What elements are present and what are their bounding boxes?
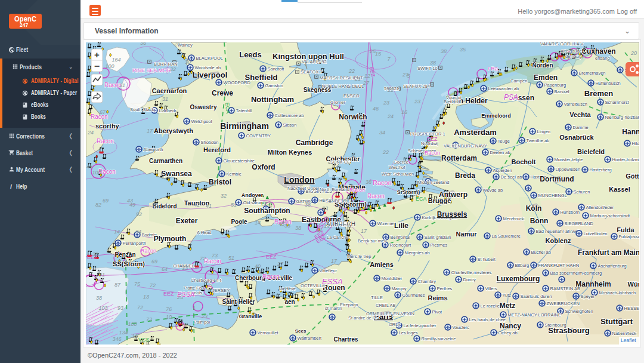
svg-text:76: 76 xyxy=(166,306,172,312)
svg-text:103: 103 xyxy=(98,305,107,311)
svg-text:Racon: Racon xyxy=(373,179,392,186)
svg-text:Bremen: Bremen xyxy=(584,89,613,98)
svg-text:Teuge: Teuge xyxy=(498,139,510,144)
svg-text:TILLE: TILLE xyxy=(371,295,383,300)
svg-text:22: 22 xyxy=(382,149,389,155)
svg-text:72: 72 xyxy=(200,256,206,262)
svg-text:21: 21 xyxy=(354,76,361,82)
svg-text:ensand: ensand xyxy=(595,56,610,61)
svg-text:24: 24 xyxy=(87,130,94,136)
svg-text:34: 34 xyxy=(135,229,141,235)
svg-text:24: 24 xyxy=(387,113,394,119)
svg-text:Papenburg: Papenburg xyxy=(544,82,566,88)
svg-text:14: 14 xyxy=(255,220,261,226)
svg-text:Mosbach-lohrbach: Mosbach-lohrbach xyxy=(599,290,636,296)
svg-text:CREIL AB: CREIL AB xyxy=(376,303,396,308)
svg-text:EEZ: EEZ xyxy=(163,291,174,297)
svg-text:Saarlouis-duren: Saarlouis-duren xyxy=(521,294,552,299)
svg-text:Osnabrück: Osnabrück xyxy=(559,134,594,141)
svg-text:Walframbert: Walframbert xyxy=(298,336,322,341)
svg-text:14: 14 xyxy=(324,223,330,229)
svg-text:23: 23 xyxy=(201,313,208,319)
svg-text:Würz: Würz xyxy=(628,281,639,288)
svg-text:13: 13 xyxy=(182,265,188,271)
svg-text:Lingen: Lingen xyxy=(537,129,551,134)
svg-text:MUNCHENGL: MUNCHENGL xyxy=(538,193,567,198)
svg-text:Racon: Racon xyxy=(367,193,385,199)
svg-text:Huttenbusch: Huttenbusch xyxy=(596,81,621,86)
svg-text:de naug: de naug xyxy=(565,54,581,59)
svg-text:Oxford: Oxford xyxy=(252,163,275,171)
svg-text:VALARIS 92: VALARIS 92 xyxy=(302,59,327,64)
svg-text:Dortmund: Dortmund xyxy=(540,175,574,183)
svg-text:40: 40 xyxy=(255,263,261,269)
svg-text:Munster-telgte: Munster-telgte xyxy=(555,157,583,162)
svg-text:Caernarfon: Caernarfon xyxy=(152,87,187,94)
svg-text:Luxembourg: Luxembourg xyxy=(497,275,540,283)
svg-text:Bitburg: Bitburg xyxy=(515,263,530,268)
svg-text:A Head: A Head xyxy=(197,230,212,235)
svg-text:Carmarthen: Carmarthen xyxy=(149,158,182,164)
svg-text:r Ra: r Ra xyxy=(488,66,498,72)
svg-text:ECA: ECA xyxy=(261,201,273,207)
svg-text:SUNK CE: SUNK CE xyxy=(330,159,350,165)
svg-text:Norwich: Norwich xyxy=(339,113,367,121)
svg-text:Namur: Namur xyxy=(456,230,478,238)
svg-text:17: 17 xyxy=(361,228,367,234)
svg-text:Plesmes: Plesmes xyxy=(431,242,448,248)
svg-text:67: 67 xyxy=(100,109,106,115)
svg-text:METZ-NANCY LORRAINE: METZ-NANCY LORRAINE xyxy=(508,312,561,318)
svg-text:22: 22 xyxy=(387,87,394,93)
svg-text:10: 10 xyxy=(166,314,172,320)
svg-text:Saint-ghislain: Saint-ghislain xyxy=(425,235,451,240)
svg-text:ORMEILLES-EN-VEXIN: ORMEILLES-EN-VEXIN xyxy=(366,311,414,316)
svg-text:Paimpol: Paimpol xyxy=(194,319,210,325)
svg-text:Norden: Norden xyxy=(532,62,553,69)
svg-text:Buchel ab: Buchel ab xyxy=(531,250,551,255)
svg-text:Rocincourt: Rocincourt xyxy=(390,242,412,248)
svg-text:Perranporth: Perranporth xyxy=(123,241,147,246)
svg-text:64: 64 xyxy=(162,266,168,272)
svg-text:16: 16 xyxy=(401,109,407,115)
svg-text:SEAFOX 7: SEAFOX 7 xyxy=(301,69,323,75)
svg-text:FRANKFURT-HAHN: FRANKFURT-HAHN xyxy=(538,263,580,268)
svg-text:Birmingham: Birmingham xyxy=(220,121,269,131)
svg-text:Allendorf/eder: Allendorf/eder xyxy=(586,205,614,210)
svg-text:Benifontai: Benifontai xyxy=(391,235,411,240)
svg-text:Amsterdam: Amsterdam xyxy=(454,128,497,137)
svg-text:100: 100 xyxy=(92,170,101,176)
svg-text:19: 19 xyxy=(239,219,244,224)
svg-text:Nienburg-holzbalge: Nienburg-holzbalge xyxy=(605,115,640,120)
svg-text:Andover: Andover xyxy=(242,192,264,198)
svg-text:45: 45 xyxy=(278,221,285,227)
svg-text:Barssel: Barssel xyxy=(555,89,569,94)
svg-text:Nancy: Nancy xyxy=(500,322,521,330)
svg-text:Yutz: Yutz xyxy=(503,293,512,298)
svg-text:La Canche: La Canche xyxy=(327,235,348,240)
svg-text:Goeree: Goeree xyxy=(394,159,408,165)
svg-text:38: 38 xyxy=(366,179,371,185)
svg-text:SANDETTIE: SANDETTIE xyxy=(326,198,351,204)
svg-text:RISE SEA MOR: RISE SEA MOR xyxy=(132,67,171,73)
svg-text:SrStorm): SrStorm) xyxy=(397,189,420,195)
svg-text:Schuren: Schuren xyxy=(574,189,590,195)
svg-text:38: 38 xyxy=(96,295,102,301)
svg-text:Bierland: Bierland xyxy=(444,99,460,104)
svg-text:Cambridge: Cambridge xyxy=(296,139,333,147)
svg-text:Aberystwyth: Aberystwyth xyxy=(154,127,193,134)
svg-text:Cuxhaven: Cuxhaven xyxy=(581,47,615,56)
svg-text:Strasbourg: Strasbourg xyxy=(548,326,589,335)
svg-text:Midden-zeeland: Midden-zeeland xyxy=(417,180,449,185)
svg-text:69: 69 xyxy=(151,259,157,264)
svg-text:Southampton: Southampton xyxy=(244,207,290,215)
svg-text:Reims: Reims xyxy=(428,294,447,302)
svg-text:Hunsborn: Hunsborn xyxy=(561,210,580,215)
svg-text:scorthy: scorthy xyxy=(95,122,120,130)
svg-text:Racon: Racon xyxy=(97,138,114,144)
svg-text:COVENTRY: COVENTRY xyxy=(246,133,271,139)
svg-text:Le rozelier: Le rozelier xyxy=(481,303,502,309)
svg-text:Damme: Damme xyxy=(573,125,589,130)
svg-text:PSA: PSA xyxy=(504,93,518,101)
svg-text:ORLY: ORLY xyxy=(389,322,401,327)
svg-text:46: 46 xyxy=(86,164,92,170)
